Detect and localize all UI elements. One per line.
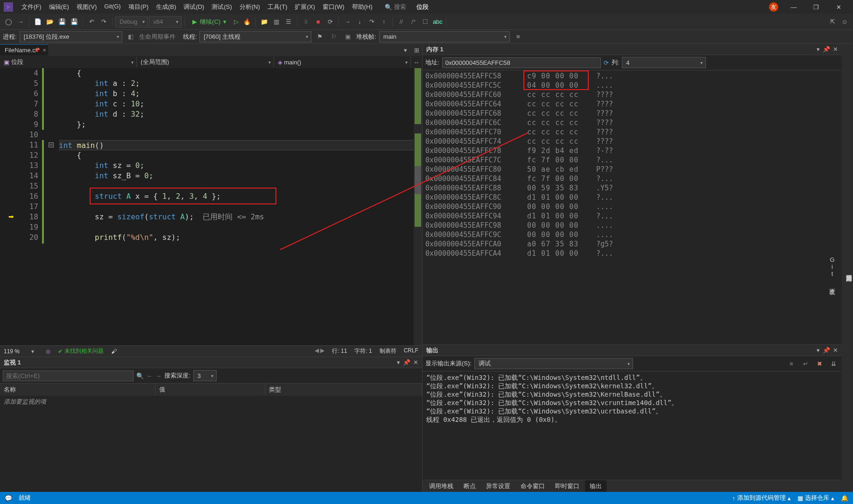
- code-line[interactable]: };: [59, 119, 414, 130]
- nav-fwd-icon[interactable]: →: [15, 16, 26, 28]
- undo-icon[interactable]: ↶: [86, 16, 97, 28]
- search-box[interactable]: 🔍 搜索: [385, 3, 406, 11]
- uncomment-icon[interactable]: /*: [408, 16, 419, 28]
- memory-row[interactable]: 0x000000455EAFFC7Cfc 7f 00 00?...: [425, 155, 839, 165]
- minimize-button[interactable]: —: [783, 0, 804, 14]
- memory-row[interactable]: 0x000000455EAFFCA0a0 67 35 83?g5?: [425, 239, 839, 249]
- code-line[interactable]: [59, 130, 414, 140]
- save-icon[interactable]: 💾: [56, 16, 68, 28]
- code-line[interactable]: int a : 2;: [59, 78, 414, 89]
- memory-row[interactable]: 0x000000455EAFFC58c9 00 00 00?...: [425, 71, 839, 81]
- start-wo-debug-icon[interactable]: ▷: [232, 16, 240, 28]
- addr-input[interactable]: [442, 57, 601, 68]
- watch-col-header[interactable]: 值: [155, 384, 265, 396]
- tab-overflow-icon[interactable]: ⊞: [411, 44, 422, 56]
- memory-row[interactable]: 0x000000455EAFFC64cc cc cc cc????: [425, 99, 839, 109]
- format-icon[interactable]: abc: [432, 16, 443, 28]
- code-line[interactable]: printf("%d\n", sz);: [59, 232, 414, 243]
- properties-icon[interactable]: ☰: [283, 16, 294, 28]
- fold-column[interactable]: −: [48, 68, 56, 345]
- panel-close-icon[interactable]: ✕: [833, 46, 838, 53]
- notifications-icon[interactable]: 🔔: [841, 495, 848, 502]
- memory-row[interactable]: 0x000000455EAFFC9800 00 00 00....: [425, 221, 839, 230]
- step-into-icon[interactable]: ↓: [354, 16, 365, 28]
- code-line[interactable]: int sz_B = 0;: [59, 171, 414, 181]
- nav-project-combo[interactable]: ▣ 位段: [0, 56, 137, 68]
- memory-row[interactable]: 0x000000455EAFFC74cc cc cc cc????: [425, 137, 839, 146]
- platform-combo[interactable]: x64: [149, 16, 182, 28]
- thread-combo[interactable]: [7060] 主线程: [199, 31, 311, 42]
- brush-icon[interactable]: 🖌: [111, 348, 117, 355]
- line-ending[interactable]: CRLF: [404, 347, 418, 355]
- panel-close-icon[interactable]: ✕: [413, 359, 418, 366]
- maximize-button[interactable]: ❐: [805, 0, 827, 14]
- watch-add-prompt[interactable]: 添加要监视的项: [0, 396, 422, 408]
- account-badge-icon[interactable]: 友: [769, 2, 778, 12]
- code-line[interactable]: {: [59, 68, 414, 78]
- stop-icon[interactable]: ■: [312, 16, 324, 28]
- watch-col-header[interactable]: 类型: [265, 384, 422, 396]
- panel-close-icon[interactable]: ✕: [833, 347, 838, 354]
- save-all-icon[interactable]: 💾: [69, 16, 80, 28]
- panel-pin-icon[interactable]: 📌: [823, 347, 830, 354]
- menu-item[interactable]: 窗口(W): [319, 1, 348, 13]
- config-combo[interactable]: Debug: [115, 16, 148, 28]
- pause-icon[interactable]: ⏸: [300, 16, 311, 28]
- depth-combo[interactable]: 3: [193, 370, 217, 381]
- toolbar-overflow-icon[interactable]: ≡: [513, 31, 524, 42]
- code-line[interactable]: int b : 4;: [59, 89, 414, 99]
- indent-mode[interactable]: 制表符: [380, 347, 396, 355]
- memory-row[interactable]: 0x000000455EAFFCA4d1 01 00 00?...: [425, 249, 839, 258]
- panel-pin-icon[interactable]: 📌: [403, 359, 410, 366]
- memory-row[interactable]: 0x000000455EAFFC6Ccc cc cc cc????: [425, 118, 839, 127]
- watch-col-header[interactable]: 名称: [0, 384, 155, 396]
- output-clear-icon[interactable]: ≡: [786, 358, 797, 369]
- code-line[interactable]: int sz = 0;: [59, 161, 414, 171]
- menu-item[interactable]: 工具(T): [264, 1, 291, 13]
- menu-item[interactable]: 项目(P): [125, 1, 152, 13]
- zoom-dropdown-icon[interactable]: ▾: [27, 346, 38, 357]
- tab-dropdown-icon[interactable]: ▾: [400, 44, 411, 56]
- lifecycle-icon[interactable]: ◧: [125, 31, 136, 42]
- memory-row[interactable]: 0x000000455EAFFC5C04 00 00 00....: [425, 81, 839, 90]
- menu-item[interactable]: 扩展(X): [291, 1, 318, 13]
- output-body[interactable]: “位段.exe”(Win32): 已加载“C:\Windows\System32…: [423, 371, 842, 480]
- restart-icon[interactable]: ⟳: [324, 16, 336, 28]
- bottom-tab[interactable]: 即时窗口: [550, 480, 584, 492]
- menu-item[interactable]: 分析(N): [236, 1, 264, 13]
- output-toggle-icon[interactable]: ✖: [814, 358, 825, 369]
- share-icon[interactable]: ⇱: [827, 16, 838, 28]
- menu-item[interactable]: 帮助(H): [348, 1, 376, 13]
- nav-symbol-combo[interactable]: ◈ main(): [274, 56, 411, 68]
- menu-item[interactable]: 生成(B): [152, 1, 180, 13]
- step-out-icon[interactable]: ↑: [378, 16, 389, 28]
- menu-item[interactable]: Git(G): [100, 1, 124, 13]
- code-line[interactable]: int main(): [59, 140, 414, 150]
- memory-row[interactable]: 0x000000455EAFFC8050 ae cb edP???: [425, 165, 839, 174]
- threads-icon[interactable]: ▣: [342, 31, 353, 42]
- menu-item[interactable]: 编辑(E): [45, 1, 73, 13]
- cols-combo[interactable]: 4: [622, 57, 706, 68]
- menu-item[interactable]: 文件(F): [18, 1, 45, 13]
- tab-close-icon[interactable]: ✕: [42, 48, 46, 53]
- process-combo[interactable]: [18376] 位段.exe: [20, 31, 122, 42]
- panel-pin-icon[interactable]: 📌: [823, 46, 830, 53]
- stackframe-combo[interactable]: main: [379, 31, 510, 42]
- code-line[interactable]: int d : 32;: [59, 109, 414, 119]
- code-line[interactable]: int c : 10;: [59, 99, 414, 109]
- code-line[interactable]: [59, 202, 414, 212]
- show-next-stmt-icon[interactable]: →: [342, 16, 353, 28]
- menu-item[interactable]: 视图(V): [73, 1, 100, 13]
- output-source-combo[interactable]: 调试: [474, 358, 633, 369]
- memory-row[interactable]: 0x000000455EAFFC8Cd1 01 00 00?...: [425, 193, 839, 202]
- window-layout-icon[interactable]: ▥: [271, 16, 282, 28]
- panel-dropdown-icon[interactable]: ▾: [397, 359, 400, 366]
- editor-scrollbar[interactable]: [414, 68, 422, 345]
- source-control-button[interactable]: ↑ 添加到源代码管理 ▴: [733, 494, 791, 502]
- code-line[interactable]: [59, 222, 414, 232]
- memory-row[interactable]: 0x000000455EAFFC9000 00 00 00....: [425, 202, 839, 211]
- bottom-tab[interactable]: 命令窗口: [516, 480, 550, 492]
- code-line[interactable]: [59, 181, 414, 191]
- right-side-tabs[interactable]: 解决方案资源管理器 Git 更改: [842, 44, 853, 492]
- repo-button[interactable]: ▦ 选择仓库 ▴: [797, 494, 834, 502]
